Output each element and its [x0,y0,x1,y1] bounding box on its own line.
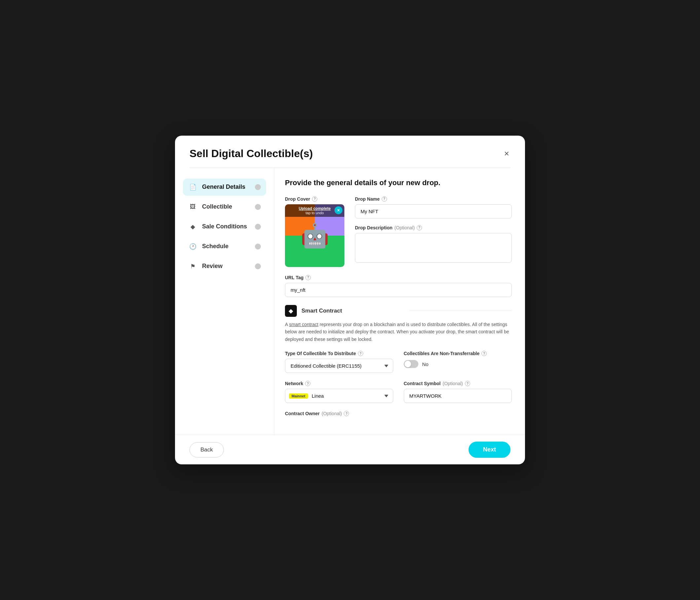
collectible-icon: 🖼 [188,202,197,212]
network-col: Network ? Mainnet LineaEthereumPolygon [285,381,393,403]
drop-name-input[interactable] [355,204,512,218]
remove-cover-button[interactable]: × [334,206,343,214]
smart-contract-divider [409,311,512,311]
sidebar-dot-sale-conditions [255,224,261,230]
network-help-icon[interactable]: ? [305,381,310,386]
smart-contract-header: ◆ Smart Contract [285,305,512,317]
sidebar-dot-review [255,263,261,269]
drop-cover-col: Drop Cover ? [285,197,344,267]
drop-cover-name-row: Drop Cover ? [285,197,512,267]
general-details-icon: 📄 [188,183,197,192]
network-select-wrapper: Mainnet LineaEthereumPolygon [285,389,393,403]
sidebar-dot-collectible [255,204,261,210]
drop-cover-help-icon[interactable]: ? [312,197,317,202]
non-transferrable-help-icon[interactable]: ? [481,351,487,356]
network-badge: Mainnet [289,393,308,399]
next-button[interactable]: Next [469,442,510,458]
back-button[interactable]: Back [190,442,224,458]
modal: Sell Digital Collectible(s) × 📄 General … [175,136,525,464]
sidebar-dot-schedule [255,243,261,250]
contract-symbol-input[interactable] [404,389,512,403]
collectible-type-select[interactable]: Editioned Collectible (ERC1155)1/1 Colle… [285,359,393,373]
upload-complete-text: Upload complete [288,206,341,211]
toggle-container: No [404,360,512,368]
main-content: Provide the general details of your new … [274,168,525,435]
network-symbol-row: Network ? Mainnet LineaEthereumPolygon C… [285,381,512,403]
collectible-type-row: Type Of Collectible To Distribute ? Edit… [285,351,512,373]
sidebar-label-collectible: Collectible [202,203,232,210]
non-transferrable-toggle[interactable] [404,360,418,368]
url-tag-label: URL Tag ? [285,275,512,280]
smart-contract-link[interactable]: smart contract [289,322,318,327]
toggle-label: No [422,361,429,367]
network-label: Network ? [285,381,393,386]
contract-owner-label: Contract Owner (Optional) ? [285,411,512,416]
smart-contract-title: Smart Contract [301,308,404,314]
url-tag-help-icon[interactable]: ? [305,275,311,280]
non-transferrable-col: Collectibles Are Non-Transferrable ? No [404,351,512,373]
contract-symbol-help-icon[interactable]: ? [465,381,470,386]
collectible-type-help-icon[interactable]: ? [358,351,363,356]
drop-name-col: Drop Name ? Drop Description (Optional) … [355,197,512,267]
sidebar-dot-general-details [255,184,261,190]
drop-description-label: Drop Description (Optional) ? [355,225,512,230]
upload-sub-text: tap to undo [288,211,341,215]
modal-title: Sell Digital Collectible(s) [190,148,313,160]
sidebar: 📄 General Details 🖼 Collectible ◆ Sale C… [175,168,274,435]
sidebar-label-sale-conditions: Sale Conditions [202,223,247,230]
sidebar-label-review: Review [202,263,223,270]
contract-owner-help-icon[interactable]: ? [344,411,349,416]
smart-contract-icon: ◆ [285,305,297,317]
sidebar-item-sale-conditions[interactable]: ◆ Sale Conditions [183,218,266,235]
url-tag-input[interactable] [285,283,512,297]
collectible-type-label: Type Of Collectible To Distribute ? [285,351,393,356]
url-tag-row: URL Tag ? [285,275,512,297]
drop-description-help-icon[interactable]: ? [417,225,422,230]
drop-cover-label: Drop Cover ? [285,197,344,202]
section-title: Provide the general details of your new … [285,179,512,187]
contract-symbol-col: Contract Symbol (Optional) ? [404,381,512,403]
collectible-type-col: Type Of Collectible To Distribute ? Edit… [285,351,393,373]
sidebar-item-schedule[interactable]: 🕐 Schedule [183,238,266,255]
sale-conditions-icon: ◆ [188,222,197,231]
schedule-icon: 🕐 [188,242,197,251]
non-transferrable-label: Collectibles Are Non-Transferrable ? [404,351,512,356]
modal-body: 📄 General Details 🖼 Collectible ◆ Sale C… [175,168,525,435]
close-button[interactable]: × [503,148,510,159]
modal-footer: Back Next [175,435,525,464]
drop-cover-container[interactable]: 🤖 Upload complete tap to undo × [285,204,344,267]
sidebar-item-review[interactable]: ⚑ Review [183,258,266,275]
toggle-knob [404,361,411,367]
sidebar-item-collectible[interactable]: 🖼 Collectible [183,198,266,215]
smart-contract-description: A smart contract represents your drop on… [285,321,512,343]
contract-symbol-label: Contract Symbol (Optional) ? [404,381,512,386]
contract-owner-row: Contract Owner (Optional) ? [285,411,512,416]
drop-description-input[interactable] [355,233,512,263]
drop-name-label: Drop Name ? [355,197,512,202]
sidebar-label-general-details: General Details [202,183,245,190]
modal-header: Sell Digital Collectible(s) × [175,136,525,168]
drop-name-help-icon[interactable]: ? [382,197,387,202]
review-icon: ⚑ [188,262,197,271]
sidebar-item-general-details[interactable]: 📄 General Details [183,179,266,196]
sidebar-label-schedule: Schedule [202,243,228,250]
